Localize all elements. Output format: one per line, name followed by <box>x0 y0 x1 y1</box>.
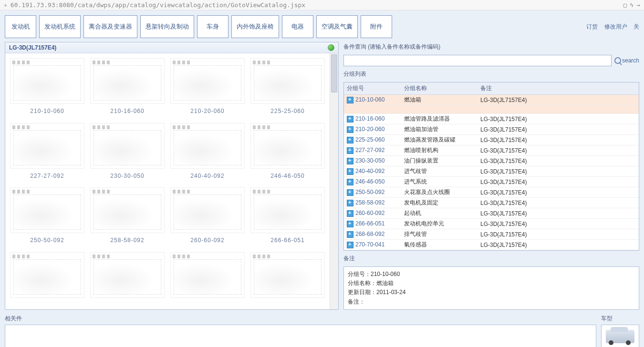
vehicle-thumb[interactable] <box>601 325 639 347</box>
expand-icon[interactable] <box>347 221 353 227</box>
expand-icon[interactable] <box>347 126 353 133</box>
category-tab[interactable]: 离合器及变速器 <box>83 15 137 38</box>
cell-code: 210-10-060 <box>355 96 384 103</box>
diagram-label: 266-66-051 <box>270 237 304 244</box>
expand-icon[interactable] <box>347 210 353 217</box>
note-line: 分组名称：燃油箱 <box>348 279 635 288</box>
diagram-thumb[interactable]: 240-40-092 <box>168 121 247 184</box>
expand-icon[interactable] <box>347 242 353 248</box>
diagram-image <box>170 58 245 104</box>
group-list-label: 分组列表 <box>343 69 639 79</box>
diagram-image <box>250 252 325 298</box>
diagram-thumb[interactable]: 260-60-092 <box>168 185 247 248</box>
table-row[interactable]: 230-30-050油门操纵装置LG-3D(JL7157E4) <box>344 156 639 166</box>
diagram-thumb[interactable] <box>88 250 166 306</box>
category-tab[interactable]: 发动机 <box>5 15 36 38</box>
th-code: 分组号 <box>344 82 401 95</box>
cell-name: 油门操纵装置 <box>401 156 478 166</box>
search-button[interactable]: search <box>614 57 639 64</box>
category-tab[interactable]: 空调及气囊 <box>316 15 358 38</box>
url-text: 60.191.73.93:8080/cata/dwps/app/catalog/… <box>10 1 305 9</box>
th-remark: 备注 <box>478 82 639 95</box>
note-line: 分组号：210-10-060 <box>348 270 635 279</box>
table-row[interactable]: 250-50-092火花塞及点火线圈LG-3D(JL7157E4) <box>344 187 639 198</box>
cell-name: 燃油蒸发管路及碳罐 <box>401 135 478 145</box>
table-row[interactable]: 268-68-092排气歧管LG-3D(JL7157E4) <box>344 229 639 240</box>
diagram-image <box>250 187 325 233</box>
table-row[interactable]: 210-16-060燃油管路及滤清器LG-3D(JL7157E4) <box>344 114 639 124</box>
cell-name: 燃油箱加油管 <box>401 124 478 135</box>
top-links: 订货 修改用户 关 <box>582 23 639 31</box>
diagram-label: 210-20-060 <box>190 108 224 114</box>
cell-code: 240-40-092 <box>355 168 384 174</box>
diagram-thumb[interactable]: 246-46-050 <box>249 121 327 184</box>
expand-icon[interactable] <box>347 168 353 175</box>
category-tab[interactable]: 附件 <box>361 15 392 38</box>
search-icon <box>614 57 621 64</box>
table-row[interactable]: 260-60-092起动机LG-3D(JL7157E4) <box>344 208 639 219</box>
globe-icon[interactable] <box>328 44 334 51</box>
diagram-image <box>10 187 84 233</box>
url-bar: ✈ 60.191.73.93:8080/cata/dwps/app/catalo… <box>0 0 644 10</box>
expand-icon[interactable] <box>347 231 353 238</box>
cell-code: 227-27-092 <box>355 147 384 153</box>
category-tabs: 发动机发动机系统离合器及变速器悬架转向及制动车身内外饰及座椅电器空调及气囊附件 <box>5 15 392 38</box>
diagram-thumb[interactable] <box>168 250 247 306</box>
category-tab[interactable]: 发动机系统 <box>39 15 81 38</box>
expand-icon[interactable] <box>347 189 353 196</box>
diagram-thumb[interactable]: 227-27-092 <box>8 121 86 184</box>
diagram-label: 230-30-050 <box>110 173 144 179</box>
diagram-thumb[interactable]: 266-66-051 <box>249 185 327 248</box>
expand-icon[interactable] <box>347 97 353 103</box>
cell-code: 225-25-060 <box>355 136 384 143</box>
table-row[interactable]: 258-58-092发电机及固定LG-3D(JL7157E4) <box>344 198 639 208</box>
expand-icon[interactable] <box>347 147 353 154</box>
expand-icon[interactable] <box>347 158 353 164</box>
battery-icon[interactable]: ▢ <box>623 1 627 9</box>
category-tab[interactable]: 车身 <box>197 15 229 38</box>
diagram-thumb[interactable] <box>249 250 327 306</box>
table-row[interactable]: 225-25-060燃油蒸发管路及碳罐LG-3D(JL7157E4) <box>344 135 639 145</box>
search-input[interactable] <box>343 55 612 66</box>
cell-remark: LG-3D(JL7157E4) <box>478 177 639 187</box>
diagram-label: 250-50-092 <box>30 237 64 244</box>
diagram-thumb[interactable]: 225-25-060 <box>249 56 327 119</box>
scrollbar[interactable] <box>330 53 338 309</box>
link-order[interactable]: 订货 <box>586 23 598 30</box>
lightning-icon[interactable]: ϟ <box>630 1 634 9</box>
table-row[interactable]: 246-46-050进气系统LG-3D(JL7157E4) <box>344 177 639 187</box>
diagram-image <box>90 187 165 233</box>
cell-code: 266-66-051 <box>355 220 384 227</box>
group-table: 分组号 分组名称 备注 210-10-060燃油箱LG-3D(JL7157E4)… <box>343 82 639 251</box>
category-tab[interactable]: 悬架转向及制动 <box>140 15 194 38</box>
table-row[interactable]: 240-40-092进气歧管LG-3D(JL7157E4) <box>344 166 639 177</box>
panel-title: LG-3D(JL7157E4) <box>9 44 56 51</box>
table-row[interactable]: 210-20-060燃油箱加油管LG-3D(JL7157E4) <box>344 124 639 135</box>
diagram-thumb[interactable]: 250-50-092 <box>8 185 86 248</box>
diagram-label: 240-40-092 <box>190 173 224 179</box>
category-tab[interactable]: 内外饰及座椅 <box>231 15 279 38</box>
link-modify-user[interactable]: 修改用户 <box>604 23 627 30</box>
table-row[interactable]: 210-10-060燃油箱LG-3D(JL7157E4) <box>344 95 639 105</box>
diagram-label: 258-58-092 <box>110 237 144 244</box>
cell-code: 268-68-092 <box>355 231 384 237</box>
arrow-icon[interactable]: → <box>636 1 640 9</box>
diagram-thumb[interactable]: 210-10-060 <box>8 56 86 119</box>
expand-icon[interactable] <box>347 200 353 206</box>
diagram-thumb[interactable]: 258-58-092 <box>88 185 166 248</box>
category-tab[interactable]: 电器 <box>282 15 313 38</box>
table-row[interactable]: 266-66-051发动机电控单元LG-3D(JL7157E4) <box>344 219 639 229</box>
table-row[interactable]: 227-27-092燃油喷射机构LG-3D(JL7157E4) <box>344 145 639 156</box>
scrollbar-thumb[interactable] <box>331 54 337 92</box>
diagram-label: 260-60-092 <box>190 237 224 244</box>
expand-icon[interactable] <box>347 116 353 122</box>
diagram-thumb[interactable] <box>8 250 86 306</box>
note-box: 分组号：210-10-060 分组名称：燃油箱 更新日期：2011-03-24 … <box>343 266 639 310</box>
diagram-thumb[interactable]: 230-30-050 <box>88 121 166 184</box>
link-close[interactable]: 关 <box>634 23 639 30</box>
diagram-thumb[interactable]: 210-16-060 <box>88 56 166 119</box>
expand-icon[interactable] <box>347 179 353 185</box>
diagram-thumb[interactable]: 210-20-060 <box>168 56 247 119</box>
expand-icon[interactable] <box>347 137 353 143</box>
table-row[interactable]: 270-70-041氧传感器LG-3D(JL7157E4) <box>344 240 639 250</box>
